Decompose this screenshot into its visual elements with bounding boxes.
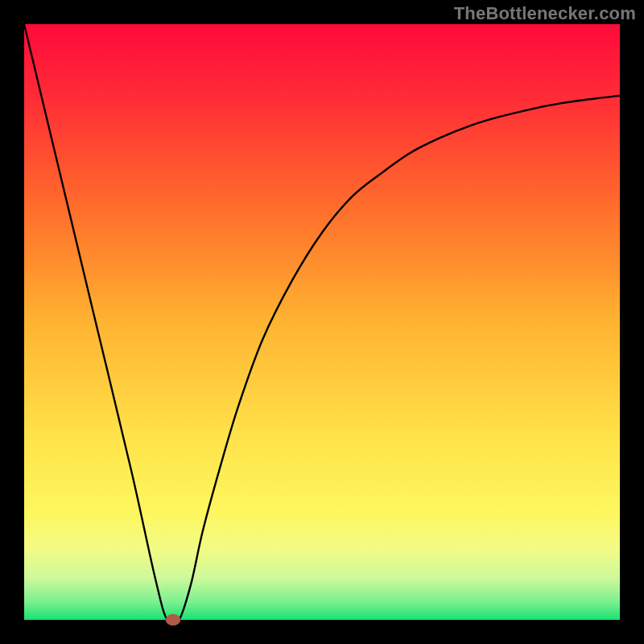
chart-stage: TheBottlenecker.com xyxy=(0,0,644,644)
frame-bottom xyxy=(0,620,644,644)
frame-left xyxy=(0,0,24,644)
plot-background xyxy=(24,24,620,620)
frame-right xyxy=(620,0,644,644)
optimal-point-marker xyxy=(166,614,180,625)
watermark-text: TheBottlenecker.com xyxy=(454,3,636,24)
bottleneck-chart xyxy=(0,0,644,644)
